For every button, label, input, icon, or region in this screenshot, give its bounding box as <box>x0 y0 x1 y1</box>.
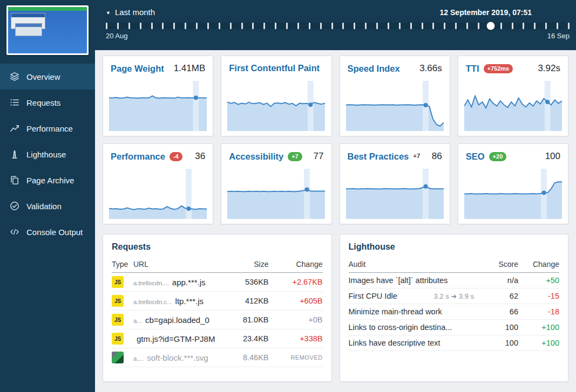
sidebar-item-label: Console Output <box>26 228 83 237</box>
sidebar-item-label: Performance <box>26 124 73 133</box>
timeline-tick <box>388 23 389 29</box>
metric-title: Best Practices <box>348 152 409 162</box>
card-accessibility[interactable]: Accessibility +7 77 <box>221 143 331 224</box>
timeline-tick <box>466 23 468 29</box>
lighthouse-panel-title: Lighthouse <box>349 242 560 252</box>
timeline-tick <box>557 23 558 29</box>
selected-datetime: 12 September 2019, 07:51 <box>440 8 532 17</box>
sidebar-item-label: Lighthouse <box>26 150 66 159</box>
request-url-domain: a.trellocdn.c... <box>133 299 172 305</box>
thumbnail-image <box>8 7 87 53</box>
card-speed-index[interactable]: Speed Index 3.66s <box>340 56 450 136</box>
date-range-dropdown[interactable]: ▼ Last month <box>106 8 155 17</box>
card-page-weight[interactable]: Page Weight 1.41MB <box>103 56 213 136</box>
request-row[interactable]: a....soft-block.***.svg 8.46KB REMOVED <box>112 348 323 367</box>
sidebar-item-label: Overview <box>26 72 60 81</box>
timeline-tick <box>331 23 333 29</box>
card-tti[interactable]: TTI +752ms 3.92s <box>458 56 568 136</box>
lighthouse-header-row: Audit Score Change <box>349 257 560 273</box>
code-icon <box>10 227 19 237</box>
metric-sparkline <box>109 169 207 219</box>
metric-title: Performance <box>111 152 165 162</box>
request-change: +338B <box>269 329 323 348</box>
sidebar-item-requests[interactable]: Requests <box>0 90 95 115</box>
timeline-tick <box>140 23 141 29</box>
audit-name: Minimize main-thread work <box>349 307 442 316</box>
audit-row[interactable]: First CPU Idle3.2 s ➜ 3.9 s 62 -15 <box>349 288 560 304</box>
timeline-tick <box>568 23 570 29</box>
metric-title: Speed Index <box>348 64 400 74</box>
date-range-label: Last month <box>115 8 155 17</box>
js-file-icon: JS <box>112 314 124 326</box>
metric-title: Accessibility <box>229 152 283 162</box>
timeline-tick <box>252 23 254 29</box>
timeline-tick <box>545 23 547 29</box>
request-row[interactable]: JS gtm.js?id=GTM-PJ8M 23.4KB +338B <box>112 329 323 348</box>
timeline-tick <box>230 23 232 29</box>
audit-row[interactable]: Links have descriptive text 100 +100 <box>349 335 560 351</box>
lighthouse-icon <box>10 149 19 159</box>
audit-change: +100 <box>518 320 559 335</box>
sidebar-item-label: Validation <box>26 202 62 211</box>
request-url-domain: a... <box>133 318 142 324</box>
card-first-contentful-paint[interactable]: First Contentful Paint <box>221 56 331 136</box>
timeline-tick <box>422 23 423 29</box>
timeline-tick <box>534 23 536 29</box>
timeline-start-label: 20 Aug <box>106 32 128 40</box>
column-header-audit: Audit <box>349 257 484 273</box>
metric-sparkline <box>464 169 562 219</box>
timeline-ticks <box>106 22 570 30</box>
request-url: cb=gapi.loaded_0 <box>145 315 209 325</box>
audit-row[interactable]: Images have `[alt]` attributes n/a +50 <box>349 273 560 288</box>
metric-badge: +752ms <box>484 64 513 73</box>
card-performance[interactable]: Performance -4 36 <box>103 143 213 224</box>
sidebar-item-overview[interactable]: Overview <box>0 64 95 90</box>
sidebar: Overview Requests Performance Lighthouse <box>0 0 95 392</box>
app-root: Overview Requests Performance Lighthouse <box>0 0 576 392</box>
timeline-tick <box>106 23 107 29</box>
card-best-practices[interactable]: Best Practices +7 86 <box>340 143 450 224</box>
request-row[interactable]: JS a.trellocdn.c...ltp.***.js 412KB +605… <box>112 292 323 311</box>
pages-icon <box>10 175 19 185</box>
performance-chart-icon <box>10 123 19 133</box>
column-header-type: Type <box>112 257 133 273</box>
request-size: 81.0KB <box>221 311 269 329</box>
request-change: +605B <box>269 292 323 311</box>
timeline-handle[interactable] <box>486 22 494 30</box>
requests-panel: Requests Type URL Size Change <box>103 234 332 382</box>
caret-down-icon: ▼ <box>106 10 111 16</box>
timeline-tick <box>410 23 412 29</box>
request-url: app.***.js <box>172 278 206 287</box>
audit-change: +100 <box>518 335 559 351</box>
metric-sparkline <box>227 169 325 219</box>
request-row[interactable]: JS a.trellocdn....app.***.js 536KB +2.67… <box>112 273 323 292</box>
sidebar-item-performance[interactable]: Performance <box>0 115 95 141</box>
timeline-tick <box>219 23 220 29</box>
js-file-icon: JS <box>112 333 124 345</box>
audit-row[interactable]: Links to cross-origin destina... 100 +10… <box>349 320 560 335</box>
sidebar-item-validation[interactable]: Validation <box>0 193 95 219</box>
metric-sparkline <box>346 81 444 131</box>
metric-value: 3.92s <box>538 63 560 74</box>
card-seo[interactable]: SEO +20 100 <box>458 143 568 224</box>
metric-title: TTI <box>466 64 479 74</box>
timeline-tick <box>297 23 299 29</box>
timeline-tick <box>162 23 164 29</box>
thumbnail-window <box>15 23 42 36</box>
sidebar-item-lighthouse[interactable]: Lighthouse <box>0 141 95 167</box>
request-size: 536KB <box>221 273 269 292</box>
request-url-domain: a.... <box>133 355 144 362</box>
request-row[interactable]: JS a...cb=gapi.loaded_0 81.0KB +0B <box>112 311 323 329</box>
timeline-slider[interactable] <box>106 22 570 30</box>
sidebar-item-console-output[interactable]: Console Output <box>0 219 95 245</box>
timeline-tick <box>309 23 310 29</box>
audit-row[interactable]: Minimize main-thread work 66 -18 <box>349 304 560 320</box>
audit-score: 100 <box>484 320 518 335</box>
metric-sparkline <box>227 81 325 131</box>
site-screenshot-thumbnail[interactable] <box>6 5 89 55</box>
thumbnail-header-bar <box>8 7 87 11</box>
timeline-tick <box>512 23 513 29</box>
timeline-bar: ▼ Last month 12 September 2019, 07:51 20… <box>95 0 576 50</box>
timeline-tick <box>185 23 186 29</box>
sidebar-item-page-archive[interactable]: Page Archive <box>0 167 95 193</box>
